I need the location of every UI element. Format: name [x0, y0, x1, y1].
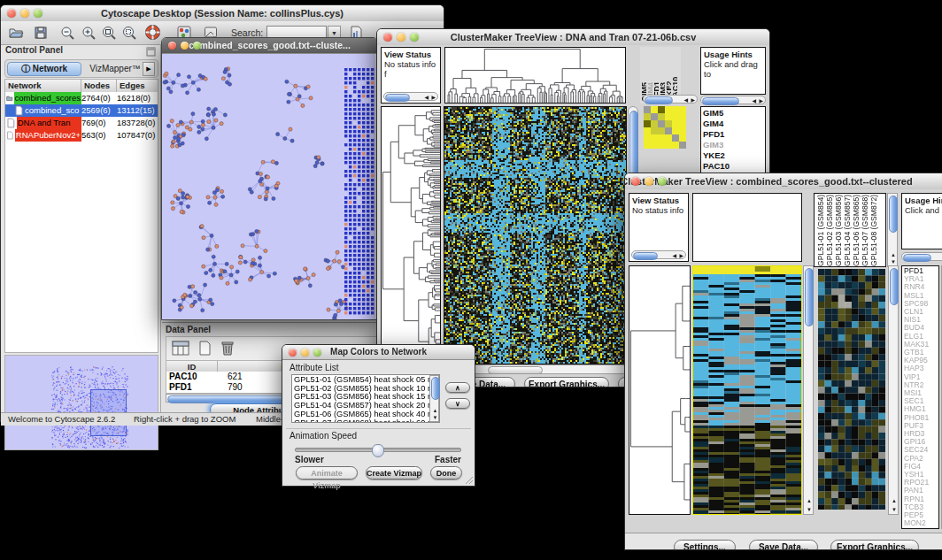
window-controls[interactable] [7, 9, 42, 18]
column-label[interactable]: PAC10 [671, 47, 677, 102]
tv2-row-dendrogram[interactable] [629, 265, 691, 515]
scroll-down-icon[interactable]: ▼ [891, 259, 896, 265]
window-controls[interactable] [383, 33, 419, 42]
scroll-thumb[interactable] [645, 96, 673, 104]
column-label[interactable]: GPL51-07 (GSM868) [861, 194, 869, 266]
scroll-left-icon[interactable]: ◀ [752, 98, 756, 104]
column-label[interactable]: GIM4 [646, 47, 652, 102]
row-label[interactable]: PAC10 [703, 161, 765, 172]
network-row-combined-scores[interactable]: combined_scores 2764(0) 16218(0) [5, 92, 158, 104]
tab-vizmapper[interactable]: VizMapper™ [85, 62, 145, 74]
column-label[interactable]: GIM5 [640, 47, 646, 102]
scroll-thumb[interactable] [488, 366, 543, 374]
save-icon[interactable] [33, 25, 49, 41]
minimize-icon[interactable] [397, 33, 405, 42]
close-icon[interactable] [168, 42, 176, 50]
column-label[interactable]: GIM3 [659, 47, 665, 102]
scroll-up-icon[interactable]: ▲ [891, 252, 896, 257]
tv2-save-data-button[interactable]: Save Data... [749, 540, 818, 549]
tab-network[interactable]: ⓘ Network [7, 62, 81, 76]
tv2-status-hscrollbar[interactable]: ◀ ▶ [631, 250, 686, 259]
col-id[interactable]: ID [166, 361, 218, 372]
tv1-usage-hscrollbar[interactable]: ◀ ▶ [700, 96, 766, 104]
scroll-left-icon[interactable]: ◀ [683, 97, 688, 103]
zoom-window-icon[interactable] [193, 42, 201, 50]
float-panel-icon[interactable] [146, 47, 156, 57]
column-label[interactable]: PFD1 [652, 47, 659, 102]
column-label[interactable]: GPL51-04 (GSM857) [843, 194, 852, 266]
animate-vizmap-button[interactable]: Animate Vizmap [296, 466, 358, 479]
attribute-table-icon[interactable] [171, 340, 190, 357]
zoom-window-icon[interactable] [658, 177, 667, 186]
column-label[interactable]: GPL51-06 (GSM865) [852, 194, 861, 266]
scroll-thumb[interactable] [633, 252, 658, 260]
zoom-selected-icon[interactable] [121, 25, 137, 41]
column-label[interactable]: YKE2 [665, 47, 671, 102]
scroll-thumb[interactable] [889, 196, 898, 233]
col-edges[interactable]: Edges [117, 80, 158, 92]
close-icon[interactable] [7, 9, 16, 18]
create-vizmap-button[interactable]: Create Vizmap [366, 466, 422, 479]
scroll-right-icon[interactable]: ▶ [679, 253, 683, 258]
scroll-thumb[interactable] [385, 94, 410, 102]
open-file-icon[interactable] [8, 25, 24, 41]
column-label[interactable]: GPL51-08 (GSM872) [869, 194, 878, 266]
tv1-correlation-matrix[interactable] [644, 106, 686, 149]
gene-label[interactable]: MON2 [904, 519, 938, 527]
network-row-combined-sco-selected[interactable]: combined_sco 2569(6) 13112(15) [5, 104, 158, 117]
scroll-up-icon[interactable]: ▲ [433, 408, 438, 413]
scroll-thumb[interactable] [431, 377, 440, 400]
network-view-canvas[interactable] [162, 54, 375, 319]
move-up-button[interactable]: ∧ [445, 382, 470, 393]
minimize-icon[interactable] [645, 177, 653, 186]
window-controls[interactable] [631, 177, 667, 186]
tv2-usage-hscrollbar[interactable] [901, 252, 942, 261]
network-row-dna-tran[interactable]: DNA and Tran 07 769(0) 183728(0) [5, 117, 158, 129]
scroll-thumb[interactable] [702, 97, 739, 105]
tv2-export-graphics-button[interactable]: Export Graphics... [830, 540, 919, 549]
tv2-settings-button[interactable]: Settings... [674, 540, 736, 549]
treeview2-title-bar[interactable]: ClusterMaker TreeView : combined_scores_… [625, 173, 942, 190]
network-overview-canvas[interactable] [4, 355, 158, 450]
network-view-title-bar[interactable]: combined_scores_good.txt--cluste... [162, 38, 377, 54]
zoom-fit-icon[interactable] [101, 25, 117, 41]
col-network[interactable]: Network [5, 80, 81, 92]
scroll-up-icon[interactable]: ▲ [807, 498, 812, 503]
minimize-icon[interactable] [181, 42, 189, 50]
tv1-status-hscrollbar[interactable]: ◀ ▶ [383, 92, 438, 101]
column-label[interactable]: GPL51-03 (GSM856) [834, 194, 843, 266]
done-button[interactable]: Done [430, 466, 462, 479]
network-row-rnapubernov2[interactable]: RNAPuberNov2+ 563(0) 107847(0) [5, 129, 158, 142]
scroll-thumb[interactable] [890, 268, 899, 305]
scroll-left-icon[interactable]: ◀ [672, 253, 676, 258]
tv2-heatmap[interactable] [692, 265, 802, 515]
scroll-right-icon[interactable]: ▶ [759, 98, 763, 104]
minimize-icon[interactable] [301, 349, 309, 357]
main-title-bar[interactable]: Cytoscape Desktop (Session Name: collins… [1, 5, 444, 22]
attribute-list-item[interactable]: GPL51-07 (GSM868) heat shock 60 min [294, 419, 439, 423]
scroll-thumb[interactable] [903, 254, 931, 262]
move-down-button[interactable]: ∨ [445, 398, 470, 409]
treeview1-title-bar[interactable]: ClusterMaker TreeView : DNA and Tran 07-… [377, 29, 769, 46]
zoom-window-icon[interactable] [313, 349, 321, 357]
window-controls[interactable] [289, 349, 321, 357]
row-label[interactable]: GIM3 [703, 140, 765, 150]
tv1-column-dendrogram[interactable] [444, 47, 626, 104]
close-icon[interactable] [289, 349, 297, 357]
attribute-list-vscrollbar[interactable]: ▲ ▼ [429, 375, 439, 422]
tv2-column-dendrogram[interactable] [692, 193, 802, 262]
row-label[interactable]: GIM5 [703, 108, 765, 119]
attribute-list[interactable]: GPL51-01 (GSM854) heat shock 05 minGPL51… [291, 374, 440, 423]
tv2-zoom-vscrollbar[interactable]: ▲ ▼ [888, 265, 899, 515]
tv2-collabel-vscrollbar[interactable]: ▲ ▼ [887, 193, 898, 267]
tv1-export-graphics-button[interactable]: Export Graphics... [524, 377, 609, 387]
slider-thumb[interactable] [372, 444, 384, 457]
zoom-window-icon[interactable] [410, 33, 419, 42]
window-controls[interactable] [168, 42, 201, 50]
scroll-down-icon[interactable]: ▼ [892, 507, 897, 512]
scroll-down-icon[interactable]: ▼ [433, 415, 438, 420]
zoom-window-icon[interactable] [34, 9, 42, 18]
row-label[interactable]: YKE2 [703, 150, 765, 161]
row-label[interactable]: GIM4 [703, 119, 765, 129]
resize-grip-icon[interactable] [465, 476, 474, 485]
